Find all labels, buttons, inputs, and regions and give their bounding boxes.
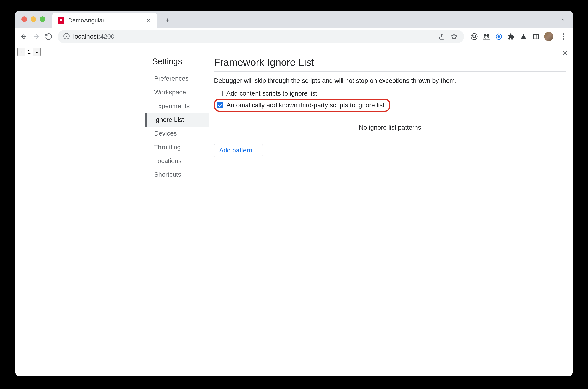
content-area: + 1 - ✕ Settings Preferences Workspace E… xyxy=(15,45,573,376)
extension-icon-1[interactable] xyxy=(470,32,478,41)
add-pattern-button[interactable]: Add pattern... xyxy=(214,144,263,157)
side-panel-icon[interactable] xyxy=(532,32,540,41)
forward-button[interactable] xyxy=(31,31,42,42)
svg-rect-13 xyxy=(484,35,490,35)
decrement-button[interactable]: - xyxy=(33,48,40,56)
browser-window: DemoAngular ✕ + localhost:4200 xyxy=(15,10,573,376)
counter-widget: + 1 - xyxy=(17,48,41,56)
url-text: localhost:4200 xyxy=(73,33,434,40)
window-minimize-button[interactable] xyxy=(31,16,36,22)
angular-favicon xyxy=(58,17,65,24)
checkbox-content-scripts[interactable] xyxy=(217,91,223,97)
settings-description: Debugger will skip through the scripts a… xyxy=(214,77,566,84)
svg-point-10 xyxy=(475,35,476,36)
checkbox-label: Add content scripts to ignore list xyxy=(226,90,317,97)
svg-point-8 xyxy=(471,33,477,39)
window-maximize-button[interactable] xyxy=(40,16,45,22)
checkbox-label: Automatically add known third-party scri… xyxy=(227,101,385,109)
bookmark-star-icon[interactable] xyxy=(450,32,458,41)
reload-button[interactable] xyxy=(43,31,54,42)
checkbox-row-content-scripts: Add content scripts to ignore list xyxy=(217,90,566,97)
sidebar-item-preferences[interactable]: Preferences xyxy=(145,72,209,86)
devtools-settings-panel: ✕ Settings Preferences Workspace Experim… xyxy=(145,45,573,376)
settings-title: Settings xyxy=(145,52,209,72)
extension-icon-2[interactable] xyxy=(482,32,490,41)
sidebar-item-devices[interactable]: Devices xyxy=(145,127,209,140)
svg-marker-7 xyxy=(451,33,457,39)
increment-button[interactable]: + xyxy=(18,48,25,56)
page-content: + 1 - xyxy=(15,45,145,376)
tab-title: DemoAngular xyxy=(68,17,141,24)
settings-heading: Framework Ignore List xyxy=(214,57,566,71)
settings-sidebar: Settings Preferences Workspace Experimen… xyxy=(145,45,209,376)
site-info-icon[interactable] xyxy=(63,33,70,40)
new-tab-button[interactable]: + xyxy=(162,14,173,26)
address-bar: localhost:4200 xyxy=(15,28,573,45)
svg-point-9 xyxy=(473,35,473,36)
tab-bar: DemoAngular ✕ + xyxy=(15,10,573,28)
browser-menu-button[interactable] xyxy=(559,33,568,40)
extension-icon-3[interactable] xyxy=(495,32,503,41)
highlighted-checkbox-row: Automatically add known third-party scri… xyxy=(214,98,390,112)
url-bar[interactable]: localhost:4200 xyxy=(58,30,464,43)
sidebar-item-shortcuts[interactable]: Shortcuts xyxy=(145,168,209,181)
traffic-lights xyxy=(22,16,45,22)
profile-avatar[interactable] xyxy=(544,32,553,41)
settings-content: Framework Ignore List Debugger will skip… xyxy=(209,45,573,376)
extension-icons xyxy=(470,32,553,41)
extensions-puzzle-icon[interactable] xyxy=(507,32,515,41)
checkbox-third-party-scripts[interactable] xyxy=(217,102,223,108)
counter-value: 1 xyxy=(25,48,33,56)
browser-tab[interactable]: DemoAngular ✕ xyxy=(52,13,157,28)
sidebar-item-throttling[interactable]: Throttling xyxy=(145,140,209,154)
share-icon[interactable] xyxy=(437,32,446,41)
window-close-button[interactable] xyxy=(22,16,27,22)
tab-overflow-chevron-icon[interactable] xyxy=(560,16,566,24)
sidebar-item-ignore-list[interactable]: Ignore List xyxy=(145,113,209,127)
pattern-list-empty: No ignore list patterns xyxy=(214,118,566,137)
sidebar-item-experiments[interactable]: Experiments xyxy=(145,99,209,113)
extension-icon-flask[interactable] xyxy=(520,32,528,41)
svg-rect-16 xyxy=(533,34,539,39)
back-button[interactable] xyxy=(18,31,30,42)
svg-point-15 xyxy=(498,36,500,37)
tab-close-icon[interactable]: ✕ xyxy=(145,17,152,24)
sidebar-item-locations[interactable]: Locations xyxy=(145,154,209,168)
sidebar-item-workspace[interactable]: Workspace xyxy=(145,86,209,99)
close-icon[interactable]: ✕ xyxy=(562,49,568,58)
